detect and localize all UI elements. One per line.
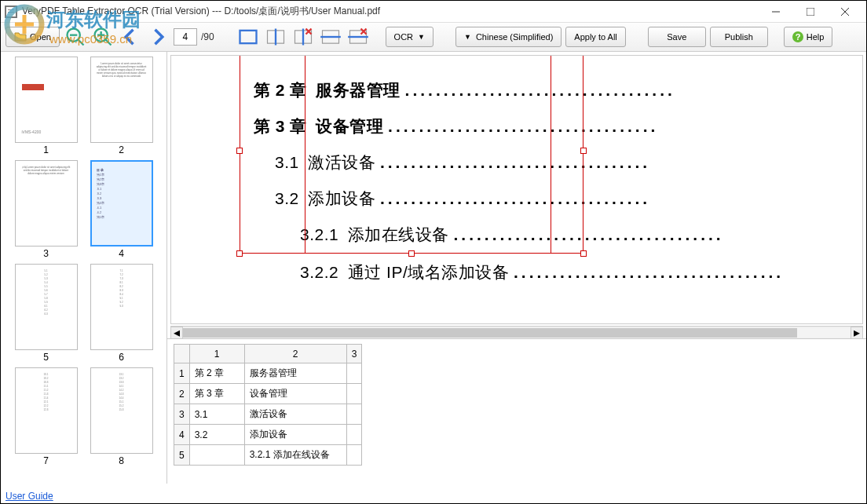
open-button[interactable]: Open bbox=[5, 27, 60, 47]
horizontal-scrollbar[interactable]: ◂ ▸ bbox=[170, 326, 863, 338]
thumb-3[interactable]: 声明 Lorem ipsum dolor sit amet adipiscing… bbox=[15, 160, 78, 247]
thumb-8[interactable]: 13.113.213.314.114.214.314.415.115.215.3 bbox=[90, 367, 153, 454]
vline-icon bbox=[265, 26, 287, 48]
next-page-button[interactable] bbox=[146, 25, 170, 49]
column-divider-1[interactable] bbox=[305, 56, 305, 254]
minimize-button[interactable] bbox=[759, 2, 793, 22]
zoom-in-button[interactable] bbox=[91, 25, 115, 49]
selection-rect[interactable] bbox=[240, 56, 583, 254]
chevron-down-icon: ▼ bbox=[464, 33, 471, 41]
table-row: 1第 2 章服务器管理 bbox=[174, 363, 362, 384]
column-divider-2[interactable] bbox=[551, 56, 551, 254]
svg-line-15 bbox=[105, 40, 111, 46]
help-button[interactable]: ?Help bbox=[784, 27, 833, 47]
apply-all-button[interactable]: Apply to All bbox=[565, 27, 625, 47]
svg-rect-6 bbox=[8, 12, 14, 13]
main-area: iVMS-42001 Lorem ipsum dolor sit amet co… bbox=[1, 52, 866, 484]
chevron-down-icon: ▼ bbox=[418, 33, 425, 41]
thumb-1[interactable]: iVMS-4200 bbox=[15, 57, 78, 143]
page-number-input[interactable] bbox=[174, 28, 197, 46]
maximize-button[interactable] bbox=[793, 2, 828, 22]
page-total-label: /90 bbox=[201, 31, 214, 42]
scroll-left-button[interactable]: ◂ bbox=[170, 327, 183, 339]
publish-button[interactable]: Publish bbox=[710, 27, 768, 47]
document-viewer: 第 2 章 服务器管理 ............................… bbox=[167, 52, 866, 338]
main-toolbar: Open /90 OCR ▼ ▼Chinese (Simplified) App… bbox=[1, 23, 866, 52]
table-row: 33.1激活设备 bbox=[174, 404, 362, 425]
svg-rect-5 bbox=[8, 9, 14, 10]
rect-icon bbox=[237, 26, 259, 48]
svg-text:?: ? bbox=[795, 32, 800, 42]
arrow-left-icon bbox=[119, 26, 141, 48]
thumb-5[interactable]: 5.15.25.35.45.55.65.75.85.96.16.26.3 bbox=[15, 264, 78, 350]
vline-x-icon bbox=[292, 26, 314, 48]
user-guide-link[interactable]: User Guide bbox=[5, 491, 53, 502]
table-row: 2第 3 章设备管理 bbox=[174, 384, 362, 404]
handle-br[interactable] bbox=[580, 250, 587, 257]
scroll-right-button[interactable]: ▸ bbox=[851, 327, 863, 339]
close-button[interactable] bbox=[828, 2, 862, 22]
svg-rect-8 bbox=[807, 8, 814, 16]
thumb-4[interactable]: 目 录第1章第2章第3章 3.1 3.2 3.3第4章 4.1 4.2第5章 bbox=[90, 160, 153, 247]
folder-open-icon bbox=[14, 31, 27, 43]
extracted-table-pane: 123 1第 2 章服务器管理 2第 3 章设备管理 33.1激活设备 43.2… bbox=[167, 338, 866, 484]
thumb-6[interactable]: 7.17.27.38.18.28.38.49.19.29.3 bbox=[90, 264, 153, 350]
document-canvas[interactable]: 第 2 章 服务器管理 ............................… bbox=[170, 55, 863, 324]
svg-rect-18 bbox=[240, 31, 256, 43]
handle-mr[interactable] bbox=[580, 148, 587, 154]
add-vline-button[interactable] bbox=[264, 25, 287, 49]
extracted-table[interactable]: 123 1第 2 章服务器管理 2第 3 章设备管理 33.1激活设备 43.2… bbox=[174, 344, 362, 466]
del-vline-button[interactable] bbox=[291, 25, 315, 49]
right-column: 第 2 章 服务器管理 ............................… bbox=[167, 52, 866, 484]
lang-dropdown[interactable]: ▼Chinese (Simplified) bbox=[455, 27, 562, 47]
thumbnail-panel: iVMS-42001 Lorem ipsum dolor sit amet co… bbox=[1, 52, 167, 484]
app-icon bbox=[5, 5, 17, 18]
hline-icon bbox=[320, 26, 342, 48]
prev-page-button[interactable] bbox=[119, 25, 142, 49]
hline-x-icon bbox=[347, 26, 369, 48]
handle-ml[interactable] bbox=[236, 148, 243, 154]
handle-bl[interactable] bbox=[236, 250, 243, 257]
handle-bm[interactable] bbox=[408, 250, 415, 257]
thumb-2[interactable]: Lorem ipsum dolor sit amet consectetur a… bbox=[90, 57, 153, 143]
select-rect-button[interactable] bbox=[236, 25, 260, 49]
zoom-in-icon bbox=[92, 26, 114, 48]
scrollbar-thumb[interactable] bbox=[183, 328, 797, 338]
ocr-button[interactable]: OCR ▼ bbox=[386, 27, 434, 47]
zoom-out-button[interactable] bbox=[64, 25, 87, 49]
add-hline-button[interactable] bbox=[319, 25, 342, 49]
window-title: VeryPDF Table Extractor OCR (Trial Versi… bbox=[22, 5, 759, 18]
del-hline-button[interactable] bbox=[346, 25, 370, 49]
thumb-7[interactable]: 10.110.210.311.111.211.311.412.112.212.3 bbox=[15, 367, 78, 454]
help-icon: ? bbox=[792, 31, 803, 42]
arrow-right-icon bbox=[147, 26, 169, 48]
svg-line-12 bbox=[78, 40, 83, 46]
table-row: 43.2添加设备 bbox=[174, 425, 362, 445]
window-titlebar: VeryPDF Table Extractor OCR (Trial Versi… bbox=[1, 1, 866, 23]
zoom-out-icon bbox=[64, 26, 86, 48]
scrollbar-track[interactable] bbox=[183, 328, 851, 338]
save-button[interactable]: Save bbox=[648, 27, 706, 47]
table-row: 53.2.1 添加在线设备 bbox=[174, 445, 362, 466]
